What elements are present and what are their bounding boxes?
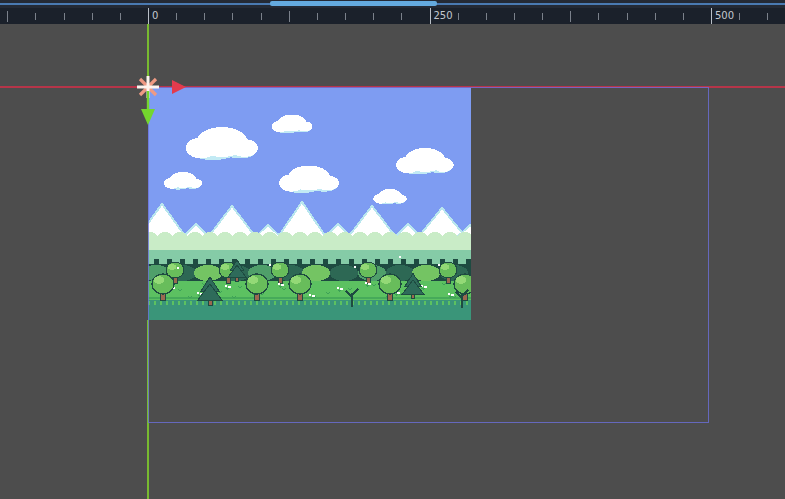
ruler-tick <box>514 13 515 20</box>
ruler-label: 500 <box>715 9 734 23</box>
selection-rect <box>148 87 709 423</box>
ruler-tick <box>317 13 318 20</box>
ruler-tick <box>120 13 121 20</box>
ruler-tick <box>598 13 599 20</box>
ruler-tick <box>683 13 684 20</box>
ruler-tick <box>64 13 65 20</box>
ruler-tick <box>711 8 712 24</box>
ruler-tick <box>92 13 93 20</box>
ruler-tick <box>430 8 431 24</box>
y-axis-arrow-icon[interactable] <box>141 91 155 125</box>
ruler-tick <box>767 13 768 20</box>
origin-gizmo[interactable] <box>128 67 200 139</box>
horizontal-scrollbar[interactable] <box>0 0 785 8</box>
ruler-tick <box>35 13 36 20</box>
ruler-tick <box>261 13 262 20</box>
ruler-tick <box>289 11 290 22</box>
editor-2d-viewport[interactable]: 0250500 <box>0 0 785 499</box>
ruler-tick <box>627 13 628 20</box>
ruler-label: 250 <box>434 9 453 23</box>
ruler-tick <box>486 13 487 20</box>
horizontal-ruler: 0250500 <box>0 8 785 24</box>
ruler-tick <box>232 13 233 20</box>
ruler-tick <box>401 13 402 20</box>
scrollbar-thumb[interactable] <box>270 1 437 6</box>
ruler-tick <box>148 8 149 24</box>
ruler-tick <box>570 11 571 22</box>
ruler-tick <box>204 13 205 20</box>
x-axis-arrow-icon[interactable] <box>172 80 186 94</box>
ruler-tick <box>542 13 543 20</box>
ruler-label: 0 <box>152 9 158 23</box>
ruler-tick <box>655 13 656 20</box>
ruler-tick <box>458 13 459 20</box>
ruler-tick <box>7 11 8 22</box>
ruler-tick <box>739 13 740 20</box>
ruler-tick <box>345 13 346 20</box>
ruler-tick <box>373 13 374 20</box>
ruler-tick <box>176 13 177 20</box>
